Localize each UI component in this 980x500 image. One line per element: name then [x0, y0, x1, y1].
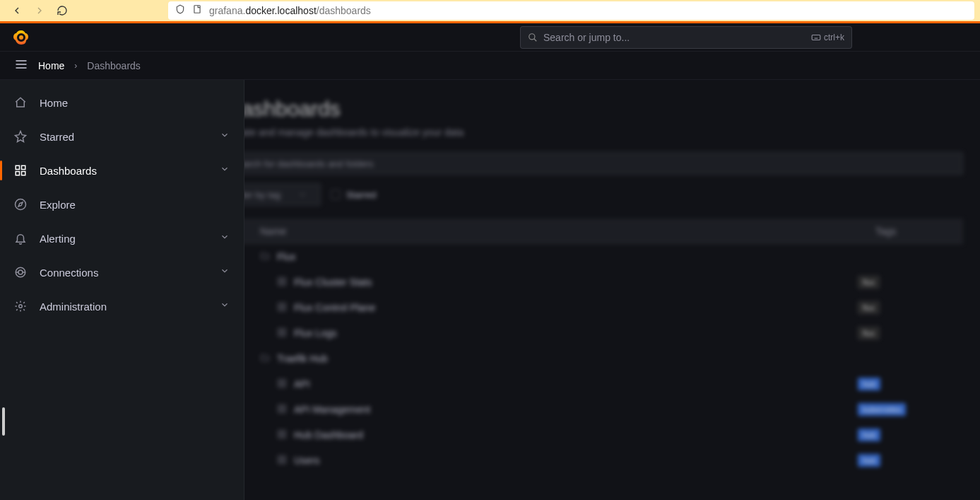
- dashboard-row[interactable]: Flux Logsflux: [226, 320, 963, 346]
- row-name: Flux Logs: [294, 327, 337, 339]
- svg-rect-8: [283, 303, 285, 306]
- row-name: API: [294, 378, 310, 390]
- resize-handle[interactable]: [2, 407, 5, 436]
- tag-badge[interactable]: flux: [858, 327, 880, 339]
- svg-rect-0: [194, 6, 200, 13]
- svg-rect-24: [283, 430, 285, 433]
- forward-button[interactable]: [28, 1, 51, 21]
- sidebar-item-alerting[interactable]: Alerting: [0, 221, 244, 255]
- svg-rect-22: [283, 409, 285, 412]
- tag-badge[interactable]: flux: [858, 276, 880, 289]
- sidebar-item-starred[interactable]: Starred: [0, 120, 244, 153]
- svg-point-38: [19, 305, 23, 308]
- app-header: Search or jump to... ctrl+k: [0, 23, 980, 52]
- starred-filter[interactable]: Starred: [331, 190, 377, 200]
- breadcrumb-bar: Home › Dashboards: [0, 52, 980, 80]
- breadcrumb-current[interactable]: Dashboards: [87, 60, 141, 71]
- shortcut-hint: ctrl+k: [811, 33, 844, 42]
- dashboard-icon: [277, 429, 287, 441]
- folder-icon: [260, 251, 270, 263]
- svg-rect-28: [283, 455, 285, 458]
- svg-point-35: [16, 199, 26, 210]
- dashboard-row[interactable]: Usershub: [226, 448, 963, 473]
- grafana-logo[interactable]: [11, 28, 31, 47]
- dashboard-row[interactable]: Flux Control Planeflux: [226, 295, 963, 320]
- sidebar-item-connections[interactable]: Connections: [0, 255, 244, 289]
- svg-rect-18: [283, 384, 285, 387]
- row-name: Users: [294, 455, 320, 466]
- row-name: Flux Control Plane: [294, 302, 375, 313]
- menu-toggle-button[interactable]: [14, 57, 28, 74]
- chevron-down-icon: [220, 300, 230, 313]
- sidebar-item-explore[interactable]: Explore: [0, 187, 244, 221]
- page-subtitle: Create and manage dashboards to visualiz…: [226, 127, 963, 138]
- address-bar[interactable]: grafana.docker.localhost/dashboards: [168, 1, 974, 20]
- browser-toolbar: grafana.docker.localhost/dashboards: [0, 0, 980, 21]
- dashboard-search-input[interactable]: Search for dashboards and folders: [226, 152, 963, 175]
- sidebar-item-dashboards[interactable]: Dashboards: [0, 153, 244, 187]
- sidebar-item-administration[interactable]: Administration: [0, 289, 244, 323]
- svg-rect-29: [278, 460, 281, 463]
- svg-rect-32: [22, 165, 25, 169]
- table-header: Name Tags: [226, 219, 963, 244]
- col-name[interactable]: Name: [229, 226, 875, 237]
- sidebar-item-label: Dashboards: [40, 165, 207, 177]
- tag-badge[interactable]: hub: [858, 429, 880, 441]
- tag-badge[interactable]: flux: [858, 301, 880, 314]
- svg-rect-3: [278, 277, 281, 280]
- row-name: Flux Cluster Stats: [294, 277, 372, 288]
- svg-rect-7: [278, 303, 281, 306]
- back-button[interactable]: [6, 1, 28, 21]
- dashboard-row[interactable]: API Managementkubernetes: [226, 397, 963, 422]
- dashboard-icon: [277, 277, 287, 289]
- svg-rect-14: [283, 333, 285, 336]
- filter-row: Filter by tag Starred: [226, 183, 963, 206]
- tag-badge[interactable]: kubernetes: [858, 403, 906, 416]
- sidebar-item-label: Explore: [40, 199, 230, 211]
- svg-point-1: [529, 33, 535, 39]
- dashboard-row[interactable]: Hub Dashboardhub: [226, 422, 963, 448]
- bell-icon: [14, 232, 27, 245]
- svg-rect-19: [278, 405, 281, 407]
- dashboard-icon: [277, 455, 287, 467]
- svg-rect-26: [283, 435, 285, 438]
- svg-rect-11: [278, 328, 281, 331]
- compass-icon: [14, 198, 27, 211]
- chevron-down-icon: [220, 232, 230, 245]
- svg-rect-27: [278, 455, 281, 458]
- sidebar-item-label: Alerting: [40, 233, 207, 245]
- search-icon: [528, 33, 538, 42]
- breadcrumb-separator: ›: [74, 61, 77, 71]
- svg-rect-31: [16, 165, 19, 169]
- chevron-down-icon: [220, 130, 230, 143]
- svg-rect-12: [283, 328, 285, 331]
- reload-button[interactable]: [51, 1, 73, 21]
- svg-rect-4: [283, 277, 285, 280]
- dashboard-row[interactable]: APIhub: [226, 371, 963, 397]
- folder-row[interactable]: Traefik Hub: [226, 346, 963, 371]
- svg-rect-33: [16, 172, 19, 175]
- checkbox[interactable]: [331, 190, 341, 199]
- sidebar-item-home[interactable]: Home: [0, 86, 244, 120]
- breadcrumb-home[interactable]: Home: [38, 60, 64, 71]
- dashboard-icon: [277, 404, 287, 416]
- chevron-down-icon: [220, 164, 230, 177]
- dashboard-row[interactable]: Flux Cluster Statsflux: [226, 269, 963, 295]
- tag-badge[interactable]: hub: [858, 378, 880, 390]
- svg-rect-5: [278, 282, 281, 285]
- dashboard-icon: [277, 378, 287, 390]
- svg-rect-34: [22, 172, 25, 175]
- global-search[interactable]: Search or jump to... ctrl+k: [520, 26, 852, 49]
- svg-rect-15: [278, 379, 281, 382]
- sidebar-item-label: Connections: [40, 267, 207, 279]
- chevron-down-icon: [299, 191, 306, 198]
- row-name: Hub Dashboard: [294, 429, 363, 441]
- tag-badge[interactable]: hub: [858, 454, 880, 467]
- apps-icon: [14, 164, 27, 177]
- folder-row[interactable]: Flux: [226, 244, 963, 269]
- svg-rect-16: [283, 379, 285, 382]
- svg-rect-10: [283, 308, 285, 310]
- col-tags[interactable]: Tags: [875, 226, 960, 237]
- svg-rect-21: [278, 409, 281, 412]
- svg-rect-17: [278, 384, 281, 387]
